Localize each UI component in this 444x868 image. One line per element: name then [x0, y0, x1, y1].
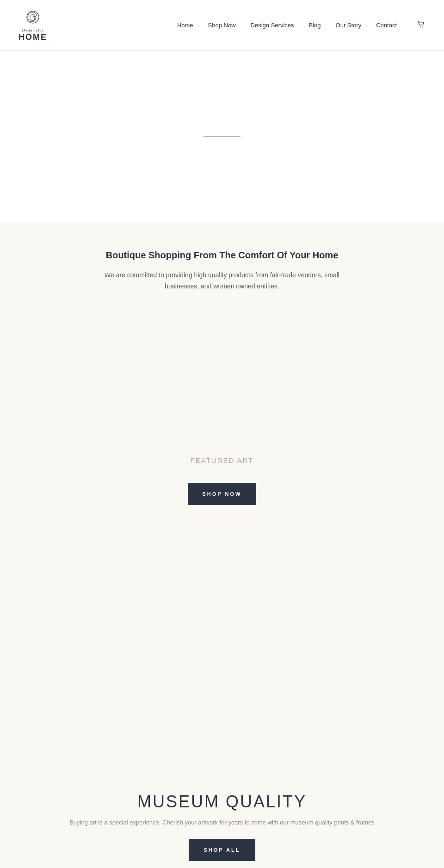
featured-shop-now-button[interactable]: SHOP NOW — [188, 483, 257, 505]
logo-text-bottom: HOME — [18, 32, 47, 42]
cart-icon[interactable] — [416, 20, 426, 31]
boutique-section: Boutique Shopping From The Comfort Of Yo… — [0, 222, 444, 311]
gallery-placeholder — [0, 533, 444, 764]
museum-shop-all-button[interactable]: SHOP ALL — [189, 839, 255, 861]
hero-divider — [204, 137, 240, 137]
museum-description: Buying art is a special experience. Cher… — [18, 819, 426, 826]
svg-point-1 — [420, 26, 421, 27]
logo-icon — [23, 8, 43, 28]
museum-section: MUSEUM QUALITY Buying art is a special e… — [0, 764, 444, 868]
logo[interactable]: DanaTyler HOME — [18, 8, 47, 42]
main-nav: Home Shop Now Design Services Blog Our S… — [177, 20, 426, 31]
boutique-description: We are committed to providing high quali… — [88, 270, 356, 292]
featured-section: FEATURED ART SHOP NOW — [0, 311, 444, 533]
nav-blog[interactable]: Blog — [309, 22, 321, 29]
boutique-heading: Boutique Shopping From The Comfort Of Yo… — [18, 250, 426, 261]
logo-text-top: DanaTyler — [22, 28, 44, 32]
museum-heading: MUSEUM QUALITY — [18, 792, 426, 812]
nav-contact[interactable]: Contact — [376, 22, 397, 29]
site-header: DanaTyler HOME Home Shop Now Design Serv… — [0, 0, 444, 51]
nav-our-story[interactable]: Our Story — [336, 22, 362, 29]
nav-home[interactable]: Home — [177, 22, 193, 29]
featured-title: FEATURED ART — [191, 456, 254, 464]
nav-shop-now[interactable]: Shop Now — [208, 22, 236, 29]
nav-design-services[interactable]: Design Services — [251, 22, 294, 29]
svg-point-2 — [422, 26, 423, 27]
hero-section — [0, 51, 444, 222]
